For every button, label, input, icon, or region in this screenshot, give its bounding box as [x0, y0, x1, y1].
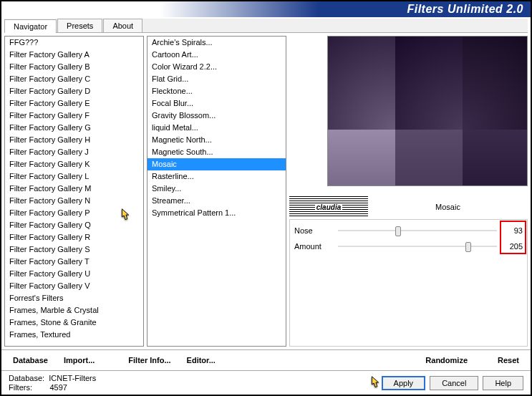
category-item[interactable]: Filter Factory Gallery A	[5, 49, 143, 61]
randomize-button[interactable]: Randomize	[421, 354, 472, 366]
filter-item[interactable]: Magnetic South...	[147, 146, 286, 158]
database-button[interactable]: Database	[9, 354, 52, 366]
param-row: Amount205	[294, 238, 523, 254]
lower-button-row: Database Import... Filter Info... Editor…	[1, 349, 531, 370]
category-item[interactable]: Filter Factory Gallery L	[5, 170, 143, 183]
filter-item[interactable]: Flecktone...	[147, 85, 286, 97]
filter-item[interactable]: Streamer...	[147, 195, 286, 207]
status-info: Database: ICNET-Filters Filters: 4597	[9, 374, 96, 392]
tab-navigator[interactable]: Navigator	[4, 19, 57, 33]
category-item[interactable]: Filter Factory Gallery D	[5, 85, 143, 97]
category-item[interactable]: Filter Factory Gallery P	[5, 207, 143, 219]
param-slider[interactable]	[338, 224, 497, 237]
editor-button[interactable]: Editor...	[183, 354, 220, 366]
category-item[interactable]: Filter Factory Gallery E	[5, 97, 143, 110]
titlebar: Filters Unlimited 2.0	[1, 1, 531, 17]
pointer-cursor-icon	[367, 375, 383, 391]
filter-item[interactable]: Gravity Blossom...	[147, 110, 286, 122]
category-item[interactable]: Filter Factory Gallery R	[5, 231, 143, 243]
tabs: Navigator Presets About	[4, 19, 528, 33]
preview-image	[327, 36, 528, 186]
filters-count-label: Filters:	[9, 383, 32, 392]
filter-item[interactable]: Symmetrical Pattern 1...	[147, 207, 286, 219]
category-item[interactable]: Filter Factory Gallery H	[5, 134, 143, 146]
category-item[interactable]: Filter Factory Gallery V	[5, 280, 143, 292]
filter-item[interactable]: Mosaic	[147, 158, 286, 170]
category-item[interactable]: Filter Factory Gallery Q	[5, 219, 143, 231]
filter-item[interactable]: Flat Grid...	[147, 73, 286, 85]
claudia-logo: claudia	[289, 196, 368, 218]
window-title: Filters Unlimited 2.0	[407, 3, 523, 16]
category-item[interactable]: Filter Factory Gallery T	[5, 256, 143, 268]
category-item[interactable]: Filter Factory Gallery J	[5, 146, 143, 158]
filter-item[interactable]: liquid Metal...	[147, 122, 286, 134]
parameters-panel: Nose93Amount205	[289, 219, 528, 347]
right-panel: claudia Mosaic Nose93Amount205	[289, 36, 528, 347]
param-value: 205	[501, 242, 523, 251]
tab-about[interactable]: About	[103, 19, 142, 32]
param-slider[interactable]	[338, 240, 497, 253]
filter-list[interactable]: Archie's Spirals...Cartoon Art...Color W…	[147, 36, 286, 347]
param-label: Amount	[294, 242, 334, 251]
category-item[interactable]: Forrest's Filters	[5, 292, 143, 304]
tab-presets[interactable]: Presets	[57, 19, 102, 32]
param-label: Nose	[294, 226, 334, 235]
filter-info-button[interactable]: Filter Info...	[124, 354, 175, 366]
apply-button[interactable]: Apply	[382, 376, 426, 390]
filter-item[interactable]: Cartoon Art...	[147, 49, 286, 61]
category-item[interactable]: Filter Factory Gallery S	[5, 243, 143, 256]
filter-item[interactable]: Smiley...	[147, 183, 286, 195]
filters-unlimited-dialog: Filters Unlimited 2.0 Navigator Presets …	[0, 0, 532, 396]
category-item[interactable]: Filter Factory Gallery F	[5, 110, 143, 122]
filter-item[interactable]: Rasterline...	[147, 170, 286, 183]
category-item[interactable]: Frames, Stone & Granite	[5, 317, 143, 329]
database-value: ICNET-Filters	[49, 374, 96, 382]
category-item[interactable]: Filter Factory Gallery K	[5, 158, 143, 170]
main-content: FFG???Filter Factory Gallery AFilter Fac…	[1, 33, 531, 349]
cancel-button[interactable]: Cancel	[430, 376, 478, 390]
reset-button[interactable]: Reset	[493, 354, 523, 366]
category-item[interactable]: Filter Factory Gallery B	[5, 61, 143, 73]
category-item[interactable]: Frames, Textured	[5, 329, 143, 341]
filters-count-value: 4597	[49, 383, 67, 392]
filter-item[interactable]: Archie's Spirals...	[147, 37, 286, 49]
category-list[interactable]: FFG???Filter Factory Gallery AFilter Fac…	[4, 36, 144, 347]
category-item[interactable]: Filter Factory Gallery G	[5, 122, 143, 134]
category-item[interactable]: Frames, Marble & Crystal	[5, 304, 143, 317]
category-item[interactable]: Filter Factory Gallery M	[5, 183, 143, 195]
import-button[interactable]: Import...	[59, 354, 99, 366]
param-row: Nose93	[294, 223, 523, 238]
database-label: Database:	[9, 374, 44, 382]
filter-name-row: claudia Mosaic	[289, 196, 528, 218]
category-item[interactable]: Filter Factory Gallery U	[5, 268, 143, 280]
category-item[interactable]: Filter Factory Gallery N	[5, 195, 143, 207]
help-button[interactable]: Help	[483, 376, 523, 390]
param-value: 93	[501, 226, 523, 235]
status-row: Database: ICNET-Filters Filters: 4597 Ap…	[1, 370, 531, 395]
filter-item[interactable]: Magnetic North...	[147, 134, 286, 146]
category-item[interactable]: Filter Factory Gallery C	[5, 73, 143, 85]
category-item[interactable]: FFG???	[5, 37, 143, 49]
current-filter-name: Mosaic	[368, 203, 528, 211]
filter-item[interactable]: Focal Blur...	[147, 97, 286, 110]
filter-item[interactable]: Color Wizard 2.2...	[147, 61, 286, 73]
